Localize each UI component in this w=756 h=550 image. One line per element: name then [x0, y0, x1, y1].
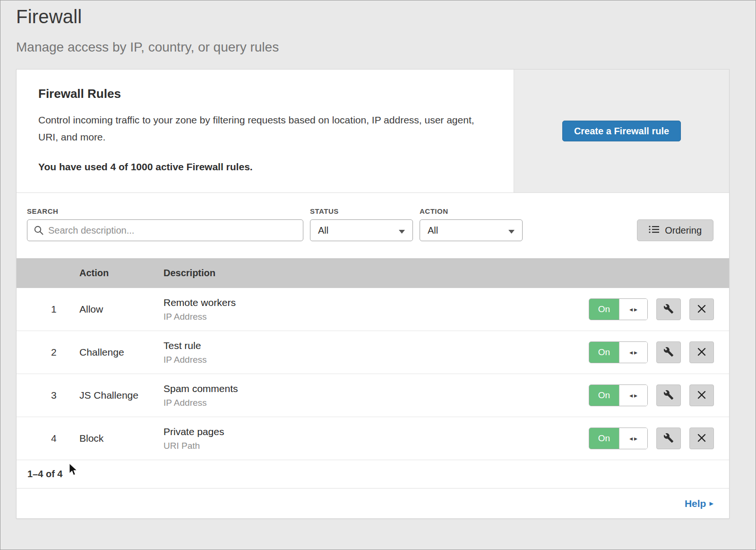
- arrow-left-icon: ◂: [629, 306, 633, 313]
- toggle-arrows-segment[interactable]: ◂▸: [619, 342, 647, 363]
- card-top-section: Firewall Rules Control incoming traffic …: [17, 70, 729, 193]
- help-arrow-icon: ▸: [709, 498, 713, 508]
- help-row: Help ▸: [17, 489, 729, 518]
- help-link[interactable]: Help ▸: [685, 498, 713, 509]
- help-link-label: Help: [685, 498, 706, 509]
- pagination-summary: 1–4 of 4: [17, 460, 729, 489]
- toggle-on-segment[interactable]: On: [589, 385, 619, 406]
- wrench-icon: [663, 304, 674, 315]
- close-icon: [697, 434, 706, 444]
- search-box: [27, 219, 303, 241]
- wrench-icon: [663, 347, 674, 358]
- action-select[interactable]: All: [420, 219, 523, 241]
- rule-description-title: Private pages: [163, 426, 589, 437]
- filter-bar: SEARCH STATUS All ACTION All: [17, 193, 729, 258]
- wrench-icon: [663, 390, 674, 402]
- rule-enabled-toggle[interactable]: On ◂▸: [589, 341, 648, 363]
- firewall-rules-card: Firewall Rules Control incoming traffic …: [16, 69, 730, 519]
- rule-number: 4: [17, 433, 79, 444]
- toggle-arrows-segment[interactable]: ◂▸: [619, 385, 647, 406]
- close-icon: [697, 305, 706, 314]
- rule-number: 2: [17, 347, 79, 358]
- rule-number: 3: [17, 390, 79, 401]
- rule-action: JS Challenge: [79, 390, 163, 401]
- rule-action: Challenge: [79, 347, 163, 358]
- table-row: 1 Allow Remote workers IP Address On ◂▸: [17, 288, 729, 331]
- edit-rule-button[interactable]: [656, 384, 681, 406]
- edit-rule-button[interactable]: [656, 428, 681, 449]
- rule-match-type: IP Address: [163, 312, 589, 322]
- rule-match-type: URI Path: [163, 441, 589, 451]
- rule-action: Allow: [79, 304, 163, 315]
- rule-controls: On ◂▸: [589, 341, 729, 363]
- rule-match-type: IP Address: [163, 398, 589, 408]
- chevron-down-icon: [508, 225, 515, 236]
- delete-rule-button[interactable]: [689, 428, 714, 449]
- rule-description-title: Spam comments: [163, 383, 589, 394]
- status-filter-group: STATUS All: [310, 207, 413, 241]
- rule-description: Private pages URI Path: [163, 426, 589, 451]
- search-icon: [34, 225, 44, 237]
- search-filter-group: SEARCH: [27, 207, 303, 241]
- search-input[interactable]: [27, 219, 303, 241]
- status-select-value: All: [318, 225, 328, 236]
- rule-description-title: Test rule: [163, 340, 589, 351]
- rule-description: Test rule IP Address: [163, 340, 589, 365]
- arrow-right-icon: ▸: [634, 306, 637, 313]
- toggle-on-segment[interactable]: On: [589, 428, 619, 449]
- edit-rule-button[interactable]: [656, 298, 681, 320]
- rule-description: Spam comments IP Address: [163, 383, 589, 408]
- close-icon: [697, 391, 706, 401]
- search-label: SEARCH: [27, 207, 303, 215]
- page-title: Firewall: [16, 6, 756, 27]
- toggle-arrows-segment[interactable]: ◂▸: [619, 428, 647, 449]
- delete-rule-button[interactable]: [689, 298, 714, 320]
- table-row: 2 Challenge Test rule IP Address On ◂▸: [17, 331, 729, 374]
- table-header: Action Description: [17, 258, 729, 288]
- toggle-arrows-segment[interactable]: ◂▸: [619, 299, 647, 320]
- delete-rule-button[interactable]: [689, 384, 714, 406]
- ordering-list-icon: [649, 225, 659, 236]
- status-label: STATUS: [310, 207, 413, 215]
- rule-controls: On ◂▸: [589, 298, 729, 320]
- usage-summary: You have used 4 of 1000 active Firewall …: [38, 161, 481, 173]
- page-subtitle: Manage access by IP, country, or query r…: [16, 40, 756, 55]
- status-select[interactable]: All: [310, 219, 413, 241]
- rule-enabled-toggle[interactable]: On ◂▸: [589, 428, 648, 449]
- action-label: ACTION: [420, 207, 523, 215]
- page-header: Firewall Manage access by IP, country, o…: [0, 0, 756, 55]
- column-header-action: Action: [79, 268, 163, 279]
- rule-description: Remote workers IP Address: [163, 297, 589, 322]
- arrow-right-icon: ▸: [634, 435, 637, 442]
- ordering-button[interactable]: Ordering: [637, 219, 713, 241]
- toggle-on-segment[interactable]: On: [589, 299, 619, 320]
- card-description: Control incoming traffic to your zone by…: [38, 112, 481, 145]
- arrow-left-icon: ◂: [629, 349, 633, 356]
- table-row: 4 Block Private pages URI Path On ◂▸: [17, 417, 729, 460]
- close-icon: [697, 348, 706, 358]
- action-filter-group: ACTION All: [420, 207, 523, 241]
- toggle-on-segment[interactable]: On: [589, 342, 619, 363]
- action-select-value: All: [428, 225, 438, 236]
- card-heading: Firewall Rules: [38, 87, 481, 101]
- arrow-left-icon: ◂: [629, 392, 633, 399]
- rule-controls: On ◂▸: [589, 384, 729, 406]
- rule-enabled-toggle[interactable]: On ◂▸: [589, 384, 648, 406]
- create-firewall-rule-button[interactable]: Create a Firewall rule: [562, 121, 681, 141]
- rule-number: 1: [17, 304, 79, 315]
- column-header-description: Description: [163, 268, 215, 279]
- rule-match-type: IP Address: [163, 355, 589, 365]
- wrench-icon: [663, 433, 674, 445]
- edit-rule-button[interactable]: [656, 341, 681, 363]
- arrow-right-icon: ▸: [634, 349, 637, 356]
- delete-rule-button[interactable]: [689, 341, 714, 363]
- card-action-panel: Create a Firewall rule: [514, 70, 729, 192]
- table-row: 3 JS Challenge Spam comments IP Address …: [17, 374, 729, 417]
- rule-description-title: Remote workers: [163, 297, 589, 308]
- ordering-button-label: Ordering: [665, 225, 702, 236]
- rule-action: Block: [79, 433, 163, 444]
- rule-enabled-toggle[interactable]: On ◂▸: [589, 298, 648, 320]
- rule-controls: On ◂▸: [589, 428, 729, 449]
- card-intro: Firewall Rules Control incoming traffic …: [17, 70, 514, 192]
- chevron-down-icon: [399, 225, 405, 236]
